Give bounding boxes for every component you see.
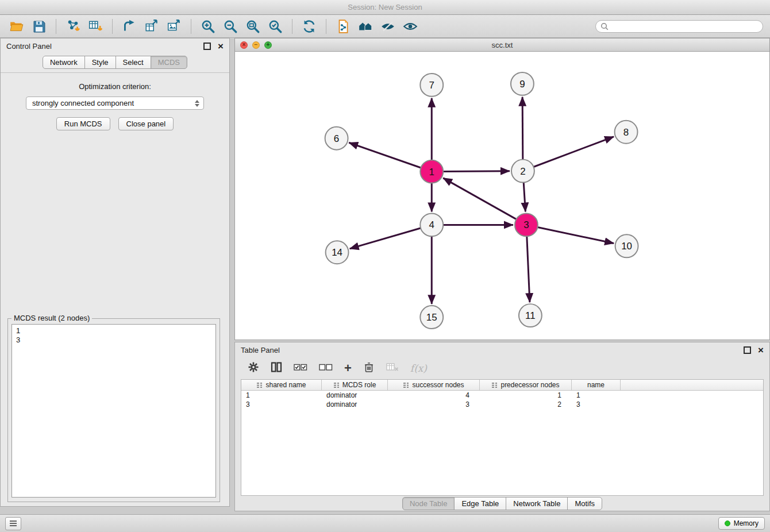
optimization-criterion-label: Optimization criterion: [1, 82, 229, 91]
graph-node-label: 3 [523, 219, 529, 230]
deselect-all-button[interactable] [319, 363, 333, 374]
zoom-in-icon [201, 19, 215, 34]
graph-edge-2-9[interactable] [522, 97, 523, 160]
panel-list-button[interactable] [5, 517, 21, 530]
first-neighbors-icon [357, 19, 374, 34]
graph-edge-4-14[interactable] [350, 228, 421, 249]
tab-network[interactable]: Network [43, 56, 85, 69]
table-panel-float-icon[interactable] [744, 346, 751, 354]
table-row[interactable]: 3 dominator 3 2 3 [241, 400, 763, 409]
graph-node-label: 15 [426, 312, 437, 323]
zoom-out-button[interactable] [221, 17, 240, 36]
hide-details-button[interactable] [378, 17, 398, 36]
tab-select[interactable]: Select [116, 56, 151, 69]
network-window-titlebar: × − + scc.txt [235, 38, 769, 52]
table-panel-close-icon[interactable]: × [758, 345, 764, 355]
graph-edge-3-1[interactable] [443, 178, 516, 219]
import-network-button[interactable] [63, 17, 83, 36]
column-header-predecessor-nodes[interactable]: predecessor nodes [480, 380, 572, 390]
mcds-result-box: MCDS result (2 nodes) 1 3 [7, 318, 220, 502]
graph-edge-1-2[interactable] [443, 171, 510, 172]
import-table-button[interactable] [86, 17, 105, 36]
graph-edge-3-11[interactable] [527, 236, 530, 302]
column-header-successor-nodes[interactable]: successor nodes [388, 380, 480, 390]
search-field[interactable] [595, 20, 763, 33]
column-header-filler [621, 380, 763, 390]
control-panel-close-icon[interactable]: × [218, 41, 224, 51]
table-settings-button[interactable] [248, 361, 259, 375]
control-panel: Control Panel × Network Style Select MCD… [0, 38, 230, 507]
network-canvas[interactable]: 7968124314101511 [235, 52, 769, 340]
network-window-title: scc.txt [492, 41, 513, 49]
select-all-button[interactable] [294, 363, 307, 374]
memory-button[interactable]: Memory [718, 517, 765, 530]
show-details-button[interactable] [401, 17, 420, 36]
column-header-mcds-role[interactable]: MCDS role [322, 380, 388, 390]
graph-edge-3-10[interactable] [537, 227, 614, 243]
graph-edge-2-8[interactable] [534, 137, 614, 167]
duplicate-network-button[interactable] [333, 17, 353, 36]
column-header-shared-name[interactable]: shared name [241, 380, 322, 390]
tab-style[interactable]: Style [84, 56, 116, 69]
window-close-icon[interactable]: × [240, 41, 248, 49]
export-table-icon [144, 19, 159, 34]
delete-table-button[interactable] [386, 363, 399, 374]
toolbar-separator [56, 19, 56, 34]
control-panel-float-icon[interactable] [203, 43, 211, 50]
tab-network-table[interactable]: Network Table [506, 497, 568, 510]
add-column-button[interactable]: + [344, 362, 352, 375]
first-neighbors-button[interactable] [356, 17, 375, 36]
table-row[interactable]: 1 dominator 4 1 1 [241, 391, 763, 400]
mcds-panel-content: Optimization criterion: strongly connect… [1, 72, 229, 506]
table-panel-header: Table Panel × [235, 342, 769, 357]
duplicate-network-icon [336, 19, 351, 34]
window-zoom-icon[interactable]: + [264, 41, 272, 49]
network-graph: 7968124314101511 [235, 52, 769, 340]
cell-predecessor-nodes: 2 [480, 400, 572, 408]
mcds-result-list[interactable]: 1 3 [11, 324, 216, 498]
toolbar-separator [326, 19, 326, 34]
mcds-result-line: 1 [16, 326, 211, 336]
column-type-icon [403, 382, 409, 388]
column-header-name[interactable]: name [572, 380, 621, 390]
node-table: shared name MCDS role successor nodes pr… [241, 379, 764, 496]
close-panel-button[interactable]: Close panel [118, 117, 174, 130]
zoom-fit-button[interactable] [243, 17, 263, 36]
open-file-icon [9, 19, 24, 34]
tab-edge-table[interactable]: Edge Table [454, 497, 506, 510]
show-columns-button[interactable] [271, 361, 282, 375]
criterion-select-value: strongly connected component [32, 99, 134, 107]
graph-node-label: 7 [429, 80, 434, 91]
open-file-button[interactable] [7, 17, 26, 36]
table-panel: Table Panel × [234, 342, 770, 511]
control-panel-title: Control Panel [6, 42, 52, 51]
export-table-button[interactable] [142, 17, 161, 36]
save-session-button[interactable] [29, 17, 49, 36]
export-network-button[interactable] [120, 17, 139, 36]
graph-edge-2-3[interactable] [523, 183, 525, 212]
run-mcds-button[interactable]: Run MCDS [56, 117, 110, 130]
export-image-button[interactable] [164, 17, 184, 36]
toolbar-separator [191, 19, 191, 34]
graph-node-label: 1 [429, 167, 434, 178]
graph-edge-1-6[interactable] [349, 142, 421, 168]
graph-node-label: 9 [519, 79, 525, 90]
network-view-window: × − + scc.txt 7968124314101511 [234, 38, 770, 340]
window-title: Session: New Session [348, 3, 422, 11]
tab-motifs[interactable]: Motifs [567, 497, 602, 510]
tab-node-table[interactable]: Node Table [402, 497, 455, 510]
gear-icon [248, 361, 259, 373]
search-icon [600, 22, 609, 30]
export-image-icon [167, 19, 182, 34]
window-minimize-icon[interactable]: − [252, 41, 260, 49]
import-table-icon [88, 19, 103, 34]
delete-column-button[interactable] [363, 361, 375, 375]
tab-mcds[interactable]: MCDS [151, 56, 187, 69]
refresh-button[interactable] [299, 17, 319, 36]
zoom-selected-button[interactable] [265, 17, 285, 36]
search-input[interactable] [612, 22, 758, 31]
memory-status-dot-icon [725, 521, 730, 526]
criterion-select[interactable]: strongly connected component [26, 97, 204, 110]
function-builder-button[interactable]: f(x) [410, 363, 427, 374]
zoom-in-button[interactable] [198, 17, 218, 36]
